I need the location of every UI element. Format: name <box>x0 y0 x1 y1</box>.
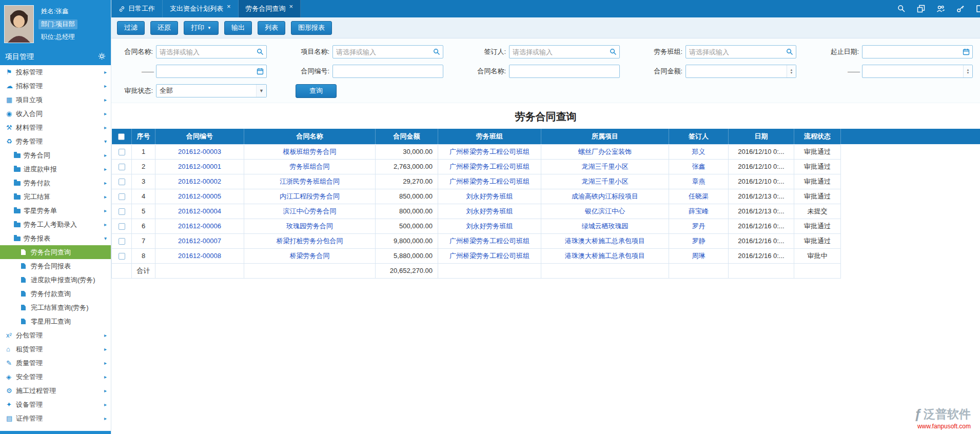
sidebar-item-零星用工查询[interactable]: 零星用工查询 <box>0 314 111 328</box>
users-icon[interactable] <box>936 5 945 13</box>
contract-code-link[interactable]: 201612-00001 <box>155 159 244 174</box>
contract-code-link[interactable]: 201612-00007 <box>155 233 244 248</box>
tab-3[interactable]: 劳务合同查询× <box>239 0 301 17</box>
signer-link[interactable]: 章燕 <box>669 174 729 189</box>
labor-team-link[interactable]: 刘永好劳务班组 <box>438 189 541 204</box>
sidebar-item-劳务工人考勤录入[interactable]: 劳务工人考勤录入▸ <box>0 218 111 231</box>
sidebar-section-header[interactable]: 项目管理 <box>0 49 111 65</box>
sidebar-item-劳务合同报表[interactable]: 劳务合同报表 <box>0 259 111 273</box>
amount-stepper[interactable]: ▲▼ <box>963 65 972 77</box>
toolbar-button-图形报表[interactable]: 图形报表 <box>291 21 332 35</box>
sidebar-item-安全管理[interactable]: ◈安全管理▸ <box>0 370 111 384</box>
sidebar-item-租赁管理[interactable]: ⌂租赁管理▸ <box>0 342 111 356</box>
sidebar-item-投标管理[interactable]: ⚑投标管理▸ <box>0 65 111 79</box>
approval-status-select[interactable]: 全部 ▼ <box>156 84 267 97</box>
contract-no-input[interactable] <box>332 65 443 78</box>
sidebar-item-完工结算查询(劳务)[interactable]: 完工结算查询(劳务) <box>0 301 111 314</box>
row-checkbox[interactable] <box>119 149 125 155</box>
select-all-checkbox[interactable] <box>118 133 125 140</box>
contract-name-input[interactable] <box>156 45 267 58</box>
labor-team-link[interactable]: 广州桥梁劳务工程公司班组 <box>438 248 541 263</box>
contract-name-field[interactable] <box>156 46 254 58</box>
sidebar-item-劳务付款[interactable]: 劳务付款▸ <box>0 176 111 190</box>
contract-name-link[interactable]: 玫瑰园劳务合同 <box>244 219 376 233</box>
end-date-field[interactable] <box>156 65 254 77</box>
contract-code-link[interactable]: 201612-00006 <box>155 219 244 233</box>
project-link[interactable]: 螺丝厂办公室装饰 <box>541 144 669 159</box>
sidebar-item-材料管理[interactable]: ⚒材料管理▸ <box>0 121 111 134</box>
sidebar-item-劳务管理[interactable]: ♻劳务管理▾ <box>0 134 111 148</box>
row-checkbox[interactable] <box>119 238 125 245</box>
sidebar-item-招标管理[interactable]: ☁招标管理▸ <box>0 79 111 93</box>
spin-down-icon[interactable]: ▼ <box>967 71 970 74</box>
sidebar-section-strip[interactable] <box>0 431 111 434</box>
start-date-field[interactable] <box>863 46 960 58</box>
labor-team-link[interactable]: 刘永好劳务班组 <box>438 219 541 233</box>
contract-name-link[interactable]: 内江工程段劳务合同 <box>244 189 376 204</box>
search-icon[interactable] <box>254 48 266 55</box>
row-checkbox[interactable] <box>119 164 125 170</box>
tab-1[interactable]: 日常工作 <box>111 0 163 17</box>
spin-down-icon[interactable]: ▼ <box>790 71 793 74</box>
project-link[interactable]: 龙湖三千里小区 <box>541 174 669 189</box>
contract-code-link[interactable]: 201612-00002 <box>155 174 244 189</box>
project-link[interactable]: 港珠澳大桥施工总承包项目 <box>541 233 669 248</box>
contract-name-link[interactable]: 滨江中心劳务合同 <box>244 204 376 219</box>
sidebar-item-进度款申报查询(劳务)[interactable]: 进度款申报查询(劳务) <box>0 273 111 287</box>
search-icon[interactable] <box>430 48 443 55</box>
project-link[interactable]: 港珠澳大桥施工总承包项目 <box>541 248 669 263</box>
project-link[interactable]: 银亿滨江中心 <box>541 204 669 219</box>
calendar-icon[interactable] <box>960 48 972 55</box>
row-checkbox[interactable] <box>119 208 125 215</box>
labor-team-field[interactable] <box>686 46 783 58</box>
tab-close-icon[interactable]: × <box>289 3 293 10</box>
labor-team-link[interactable]: 广州桥梁劳务工程公司班组 <box>438 144 541 159</box>
signer-link[interactable]: 罗静 <box>669 233 729 248</box>
signer-link[interactable]: 张鑫 <box>669 159 729 174</box>
contract-name-link[interactable]: 劳务班组合同 <box>244 159 376 174</box>
sidebar-item-质量管理[interactable]: ✎质量管理▸ <box>0 356 111 370</box>
contract-name-link[interactable]: 桥梁劳务合同 <box>244 248 376 263</box>
project-link[interactable]: 绿城云栖玫瑰园 <box>541 219 669 233</box>
project-name-field[interactable] <box>333 46 430 58</box>
contract-code-link[interactable]: 201612-00004 <box>155 204 244 219</box>
sidebar-item-劳务合同查询[interactable]: 劳务合同查询 <box>0 245 111 259</box>
row-checkbox[interactable] <box>119 179 125 185</box>
toolbar-button-输出[interactable]: 输出 <box>224 21 252 35</box>
partial-icon[interactable] <box>976 5 980 13</box>
contract-name-link[interactable]: 模板班组劳务合同 <box>244 144 376 159</box>
sidebar-item-劳务合同[interactable]: 劳务合同▸ <box>0 148 111 162</box>
contract-name2-field[interactable] <box>509 65 619 77</box>
toolbar-button-过滤[interactable]: 过滤 <box>117 21 145 35</box>
sidebar-item-分包管理[interactable]: x²分包管理▸ <box>0 328 111 342</box>
row-checkbox[interactable] <box>119 193 125 200</box>
sidebar-item-零星劳务单[interactable]: 零星劳务单▸ <box>0 204 111 218</box>
project-name-input[interactable] <box>332 45 443 58</box>
labor-team-link[interactable]: 广州桥梁劳务工程公司班组 <box>438 159 541 174</box>
row-checkbox[interactable] <box>119 223 125 230</box>
dropdown-arrow-icon[interactable]: ▼ <box>256 85 266 97</box>
wrench-icon[interactable] <box>956 5 965 13</box>
signer-link[interactable]: 罗丹 <box>669 219 729 233</box>
signer-link[interactable]: 任晓渠 <box>669 189 729 204</box>
sidebar-item-劳务付款查询[interactable]: 劳务付款查询 <box>0 287 111 301</box>
sidebar-item-项目立项[interactable]: ▦项目立项▸ <box>0 93 111 107</box>
toolbar-button-列表[interactable]: 列表 <box>258 21 285 35</box>
amount-max-input[interactable]: ▲▼ <box>862 65 973 78</box>
contract-code-link[interactable]: 201612-00005 <box>155 189 244 204</box>
signer-field[interactable] <box>509 46 607 58</box>
project-link[interactable]: 龙湖三千里小区 <box>541 159 669 174</box>
toolbar-button-还原[interactable]: 还原 <box>150 21 178 35</box>
search-icon[interactable] <box>783 48 796 55</box>
labor-team-link[interactable]: 广州桥梁劳务工程公司班组 <box>438 233 541 248</box>
signer-link[interactable]: 郑义 <box>669 144 729 159</box>
search-icon[interactable] <box>897 5 906 13</box>
tab-close-icon[interactable]: × <box>227 3 231 10</box>
contract-name-link[interactable]: 桥梁打桩劳务分包合同 <box>244 233 376 248</box>
labor-team-link[interactable]: 刘永好劳务班组 <box>438 204 541 219</box>
sidebar-item-完工结算[interactable]: 完工结算▸ <box>0 190 111 204</box>
signer-link[interactable]: 周琳 <box>669 248 729 263</box>
labor-team-input[interactable] <box>685 45 796 58</box>
sidebar-item-进度款申报[interactable]: 进度款申报▸ <box>0 162 111 176</box>
contract-code-link[interactable]: 201612-00008 <box>155 248 244 263</box>
